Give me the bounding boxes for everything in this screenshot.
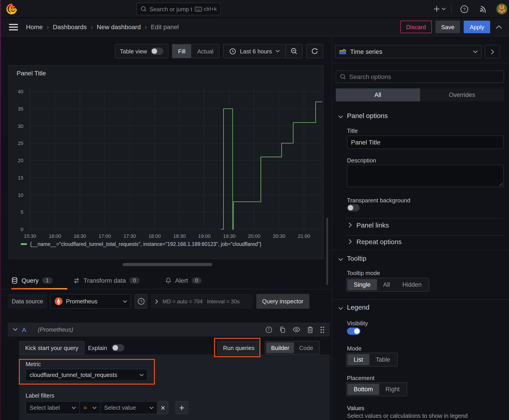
panel-options-heading[interactable]: Panel options <box>347 112 388 119</box>
breadcrumb-bar: Home › Dashboards › New dashboard › Edit… <box>0 18 509 36</box>
hide-query-icon[interactable] <box>293 327 300 332</box>
drag-handle-icon[interactable] <box>320 326 325 333</box>
help-button[interactable]: ? <box>457 2 471 16</box>
description-textarea[interactable] <box>347 165 504 187</box>
repeat-options-section[interactable]: Repeat options <box>349 238 402 246</box>
breadcrumb-new-dashboard[interactable]: New dashboard <box>97 23 141 30</box>
apply-button[interactable]: Apply <box>464 21 490 33</box>
query-ref-id[interactable]: A <box>22 326 26 333</box>
tab-overrides[interactable]: Overrides <box>420 88 504 101</box>
panel-resize-handle[interactable] <box>122 263 212 266</box>
tooltip-heading[interactable]: Tooltip <box>347 255 366 262</box>
tooltip-hidden-option[interactable]: Hidden <box>396 279 428 290</box>
query-row-header[interactable]: A (Prometheus) ? <box>8 323 330 337</box>
breadcrumb-dashboards[interactable]: Dashboards <box>53 23 87 30</box>
builder-option[interactable]: Builder <box>266 342 294 353</box>
search-options-placeholder: Search options <box>349 73 391 80</box>
panel-links-section[interactable]: Panel links <box>349 221 389 229</box>
placement-bottom-option[interactable]: Bottom <box>347 384 379 395</box>
kick-start-query-button[interactable]: Kick start your query <box>19 341 84 354</box>
chevron-right-icon <box>349 223 352 227</box>
search-icon <box>340 74 346 80</box>
panel-title-input[interactable] <box>347 135 504 149</box>
chevron-right-icon <box>491 49 494 54</box>
tab-transform-data[interactable]: Transform data 0 <box>73 271 140 289</box>
add-menu-button[interactable] <box>433 5 446 13</box>
save-button[interactable]: Save <box>435 21 460 33</box>
svg-text:?: ? <box>463 7 465 12</box>
visualization-picker[interactable]: Time series <box>335 45 482 58</box>
placement-right-option[interactable]: Right <box>379 384 406 395</box>
divider <box>451 4 452 14</box>
panel-preview[interactable]: Panel Title 051015202530354015:3016:0016… <box>8 65 324 259</box>
select-label-dropdown[interactable]: Select label <box>26 401 80 414</box>
transform-icon <box>73 277 80 284</box>
operator-dropdown[interactable]: = <box>79 401 100 414</box>
tooltip-all-option[interactable]: All <box>377 279 396 290</box>
tab-alert[interactable]: Alert 0 <box>165 271 202 289</box>
legend-table-option[interactable]: Table <box>369 354 396 365</box>
select-value-dropdown[interactable]: Select value <box>100 401 158 414</box>
actual-option[interactable]: Actual <box>191 45 219 58</box>
tooltip-mode-label: Tooltip mode <box>347 270 380 276</box>
options-tabs: All Overrides <box>336 88 504 101</box>
collapse-options-button[interactable] <box>494 20 504 34</box>
chart-legend[interactable]: {__name__="cloudflared_tunnel_total_requ… <box>21 241 261 247</box>
discard-button[interactable]: Discard <box>400 21 432 33</box>
legend-series-label[interactable]: {__name__="cloudflared_tunnel_total_requ… <box>30 241 261 247</box>
section-collapse-icon[interactable] <box>338 307 343 310</box>
run-queries-button[interactable]: Run queries <box>217 341 260 354</box>
breadcrumb-home[interactable]: Home <box>26 23 43 30</box>
divider <box>332 63 509 63</box>
legend-visibility-toggle[interactable] <box>347 328 360 335</box>
zoom-out-button[interactable] <box>286 45 302 58</box>
legend-heading[interactable]: Legend <box>347 303 369 311</box>
tab-all[interactable]: All <box>336 88 420 101</box>
section-collapse-icon[interactable] <box>338 258 343 261</box>
time-range-picker[interactable]: Last 6 hours <box>224 45 285 58</box>
grafana-logo-icon[interactable] <box>6 3 17 15</box>
svg-text:15: 15 <box>18 175 23 181</box>
datasource-help-button[interactable]: ? <box>135 294 147 309</box>
news-rss-button[interactable] <box>477 2 491 16</box>
menu-toggle-button[interactable] <box>9 23 18 30</box>
add-filter-button[interactable] <box>175 401 188 414</box>
toggle-viz-list-button[interactable] <box>485 45 500 58</box>
query-help-icon[interactable]: ? <box>265 326 273 333</box>
placement-label: Placement <box>347 375 375 381</box>
svg-text:21:00: 21:00 <box>298 233 310 239</box>
table-view-toggle[interactable] <box>151 48 163 55</box>
delete-query-icon[interactable] <box>307 326 313 333</box>
query-inspector-button[interactable]: Query inspector <box>256 294 309 309</box>
query-options-collapsed[interactable]: MD = auto = 704 Interval = 30s <box>151 294 253 309</box>
metric-value: cloudflared_tunnel_total_requests <box>30 372 117 378</box>
shortcut-hint: ctrl+k <box>195 6 217 12</box>
datasource-picker[interactable]: Prometheus <box>50 294 131 309</box>
tab-query[interactable]: Query 1 <box>11 271 52 289</box>
svg-text:20: 20 <box>18 158 23 163</box>
fill-option[interactable]: Fill <box>172 45 191 58</box>
time-series-chart[interactable]: 051015202530354015:3016:0016:3017:0017:3… <box>9 82 324 241</box>
search-options-input[interactable]: Search options <box>336 70 504 83</box>
tab-query-label: Query <box>22 277 38 284</box>
user-avatar[interactable] <box>496 4 507 14</box>
resize-corner-icon[interactable] <box>498 182 502 186</box>
panel-options-sidebar: Time series Search options All Overrides… <box>332 36 509 420</box>
legend-mode-group: List Table <box>346 353 398 367</box>
top-nav-bar: Search or jump to... ctrl+k ? <box>0 0 509 18</box>
metric-select[interactable]: cloudflared_tunnel_total_requests <box>26 369 148 381</box>
duplicate-query-icon[interactable] <box>279 326 286 333</box>
transparent-background-toggle[interactable] <box>347 204 359 211</box>
remove-filter-button[interactable] <box>157 401 168 414</box>
code-option[interactable]: Code <box>294 342 318 353</box>
explain-toggle[interactable] <box>112 344 124 351</box>
legend-list-option[interactable]: List <box>347 354 369 365</box>
refresh-button[interactable] <box>307 45 323 58</box>
section-collapse-icon[interactable] <box>338 115 343 119</box>
tooltip-single-option[interactable]: Single <box>347 279 377 290</box>
chevron-right-icon <box>349 239 352 244</box>
transparent-background-label: Transparent background <box>347 197 410 204</box>
visualization-name: Time series <box>350 48 382 55</box>
global-search-input[interactable]: Search or jump to... ctrl+k <box>137 3 221 15</box>
breadcrumb: Home › Dashboards › New dashboard › Edit… <box>26 23 179 30</box>
